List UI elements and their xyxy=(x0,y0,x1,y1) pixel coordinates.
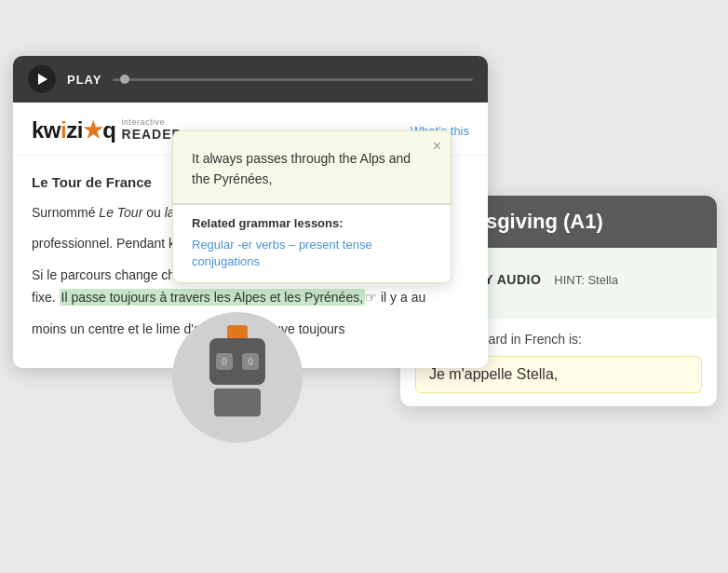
robot-torso xyxy=(214,389,261,416)
kwiziq-wordmark: kwizi★q xyxy=(32,117,116,143)
audio-progress-dot xyxy=(120,75,129,84)
interactive-label: interactive xyxy=(122,118,166,127)
audio-bar: PLAY xyxy=(13,56,488,102)
robot-body: 0 0 xyxy=(209,338,265,416)
tooltip-popup: × It always passes through the Alps and … xyxy=(172,130,452,283)
cursor-area[interactable]: ☞ xyxy=(365,287,377,309)
tooltip-close-button[interactable]: × xyxy=(433,139,441,154)
hint-text: HINT: Stella xyxy=(554,273,618,287)
tooltip-grammar-section: Related grammar lessons: Regular -er ver… xyxy=(173,205,451,282)
kwiziq-logo: kwizi★q interactive READER xyxy=(32,117,182,143)
highlighted-sentence: Il passe toujours à travers les Alpes et… xyxy=(60,289,366,306)
play-label: PLAY xyxy=(67,73,101,87)
robot-eyes: 0 0 xyxy=(216,353,259,370)
robot-hat xyxy=(227,325,248,338)
robot-head: 0 0 xyxy=(209,338,265,385)
tooltip-translation: It always passes through the Alps and th… xyxy=(173,131,451,205)
tooltip-grammar-title: Related grammar lessons: xyxy=(192,216,432,230)
play-button[interactable] xyxy=(28,65,56,93)
robot-circle: 0 0 xyxy=(172,312,303,443)
tooltip-grammar-link[interactable]: Regular -er verbs – present tense conjug… xyxy=(192,238,372,268)
audio-progress-bar[interactable] xyxy=(113,78,473,81)
robot-mascot: 0 0 xyxy=(172,312,303,443)
robot-eye-left: 0 xyxy=(216,353,233,370)
robot-eye-right: 0 xyxy=(242,353,259,370)
